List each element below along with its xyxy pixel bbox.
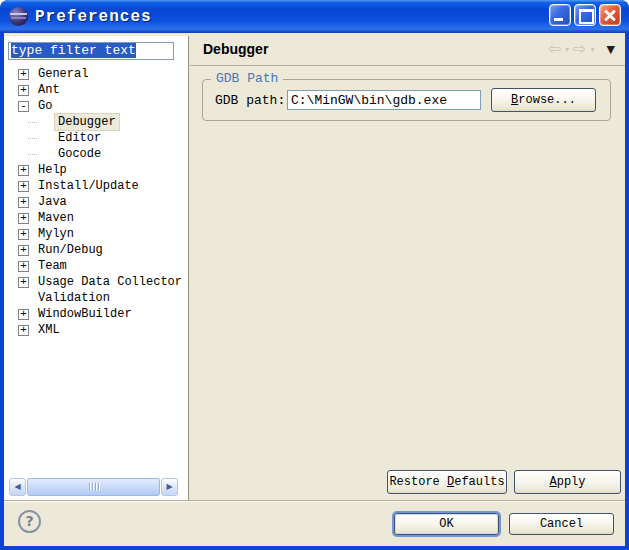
apply-button[interactable]: Apply	[514, 470, 621, 494]
expand-icon[interactable]: +	[18, 325, 29, 336]
tree-item-maven[interactable]: +Maven	[4, 210, 188, 226]
eclipse-logo-icon	[9, 7, 28, 26]
gdb-path-group: GDB Path GDB path: Browse...	[202, 79, 611, 121]
forward-menu-icon[interactable]: ▾	[591, 45, 595, 54]
tree-item-usage-data-collector[interactable]: +Usage Data Collector	[4, 274, 188, 290]
titlebar[interactable]: Preferences	[0, 0, 629, 33]
expand-icon[interactable]: +	[18, 197, 29, 208]
expand-icon[interactable]: +	[18, 213, 29, 224]
tree-item-gocode[interactable]: Gocode	[4, 146, 188, 162]
horizontal-scrollbar[interactable]: ◀ ▶	[9, 478, 178, 496]
expand-icon[interactable]: +	[18, 181, 29, 192]
expand-icon[interactable]: +	[18, 165, 29, 176]
gdb-path-input[interactable]	[287, 90, 481, 110]
expand-icon[interactable]: +	[18, 277, 29, 288]
tree-item-run-debug[interactable]: +Run/Debug	[4, 242, 188, 258]
expand-icon[interactable]: +	[18, 85, 29, 96]
dialog-body: type filter text +General +Ant -Go Debug…	[4, 33, 625, 546]
forward-icon[interactable]: ⇨	[573, 41, 586, 57]
back-menu-icon[interactable]: ▾	[565, 45, 569, 54]
tree-item-team[interactable]: +Team	[4, 258, 188, 274]
expand-icon[interactable]: +	[18, 261, 29, 272]
tree-item-go[interactable]: -Go	[4, 98, 188, 114]
page-header: Debugger ⇦ ▾ ⇨ ▾ ▼	[190, 33, 625, 66]
cancel-button[interactable]: Cancel	[509, 513, 614, 535]
minimize-icon[interactable]	[549, 4, 571, 26]
window-title: Preferences	[35, 8, 152, 26]
view-menu-icon[interactable]: ▼	[607, 43, 615, 56]
tree-item-install-update[interactable]: +Install/Update	[4, 178, 188, 194]
expand-icon[interactable]: +	[18, 229, 29, 240]
scroll-right-icon[interactable]: ▶	[161, 478, 178, 496]
preference-page: Debugger ⇦ ▾ ⇨ ▾ ▼ GDB Path GDB path: Br…	[190, 33, 625, 500]
tree-item-ant[interactable]: +Ant	[4, 82, 188, 98]
filter-selected-text: type filter text	[11, 43, 136, 58]
tree-item-general[interactable]: +General	[4, 66, 188, 82]
back-icon[interactable]: ⇦	[548, 41, 561, 57]
close-icon[interactable]	[599, 4, 621, 26]
scrollbar-track[interactable]	[27, 478, 160, 496]
expand-icon[interactable]: +	[18, 69, 29, 80]
tree-item-validation[interactable]: Validation	[4, 290, 188, 306]
help-icon[interactable]: ?	[18, 510, 41, 533]
preferences-window: Preferences type filter text +General +A…	[0, 0, 629, 550]
preferences-tree: +General +Ant -Go Debugger Editor Gocode…	[4, 66, 188, 338]
window-controls	[549, 4, 621, 26]
collapse-icon[interactable]: -	[18, 101, 29, 112]
page-nav: ⇦ ▾ ⇨ ▾ ▼	[548, 33, 615, 65]
browse-button[interactable]: Browse...	[491, 88, 596, 112]
scroll-left-icon[interactable]: ◀	[9, 478, 26, 496]
tree-item-editor[interactable]: Editor	[4, 130, 188, 146]
tree-item-mylyn[interactable]: +Mylyn	[4, 226, 188, 242]
filter-input[interactable]: type filter text	[8, 42, 174, 60]
group-title: GDB Path	[211, 72, 283, 86]
expand-icon[interactable]: +	[18, 245, 29, 256]
expand-icon[interactable]: +	[18, 309, 29, 320]
maximize-icon[interactable]	[574, 4, 596, 26]
page-title: Debugger	[203, 33, 268, 65]
ok-button[interactable]: OK	[394, 513, 499, 535]
tree-item-java[interactable]: +Java	[4, 194, 188, 210]
tree-item-xml[interactable]: +XML	[4, 322, 188, 338]
scrollbar-thumb[interactable]	[27, 478, 160, 496]
tree-item-debugger[interactable]: Debugger	[4, 114, 188, 130]
dialog-button-bar: ? OK Cancel	[4, 502, 625, 546]
tree-item-windowbuilder[interactable]: +WindowBuilder	[4, 306, 188, 322]
gdb-path-label: GDB path:	[215, 93, 285, 108]
tree-item-help[interactable]: +Help	[4, 162, 188, 178]
preferences-tree-panel: type filter text +General +Ant -Go Debug…	[4, 36, 189, 500]
restore-defaults-button[interactable]: Restore Defaults	[387, 470, 507, 494]
